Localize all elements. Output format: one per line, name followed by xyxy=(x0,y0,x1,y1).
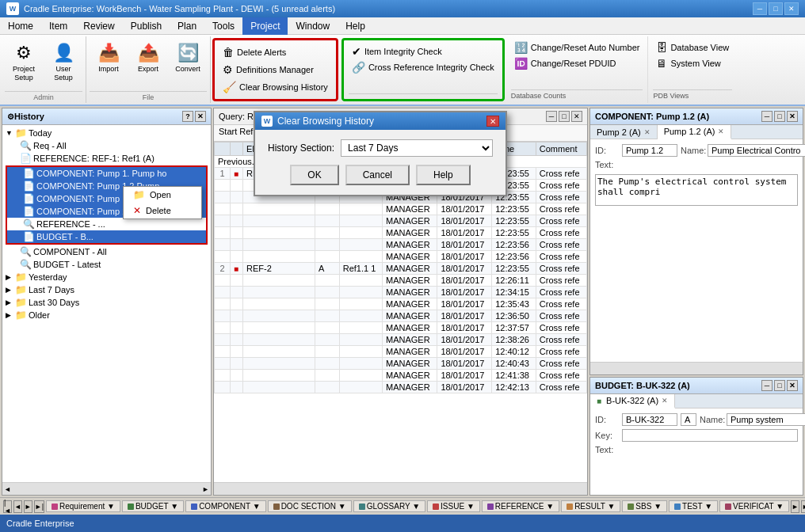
budget-max-btn[interactable]: □ xyxy=(774,380,785,391)
definitions-manager-button[interactable]: ⚙ Definitions Manager xyxy=(219,62,331,78)
convert-button[interactable]: 🔄 Convert xyxy=(169,41,207,75)
system-view-button[interactable]: 🖥 System View xyxy=(653,55,732,71)
comp-close-btn[interactable]: ✕ xyxy=(787,111,798,122)
minimize-button[interactable]: ─ xyxy=(753,2,767,15)
table-row[interactable]: MANAGER18/01/201712:38:26Cross refe xyxy=(215,334,587,346)
tree-item-last30[interactable]: ▶ 📁 Last 30 Days xyxy=(4,296,209,309)
menu-item[interactable]: Item xyxy=(41,17,75,35)
table-row[interactable]: MANAGER18/01/201712:23:55Cross refe xyxy=(215,215,587,227)
dialog-ok-btn[interactable]: OK xyxy=(290,165,338,185)
history-scrollbar[interactable]: ◄ ► xyxy=(2,482,211,495)
nav-prev-btn[interactable]: ◄ xyxy=(13,500,22,513)
change-auto-number-button[interactable]: 🔢 Change/Reset Auto Number xyxy=(511,40,643,55)
status-docsection[interactable]: DOC SECTION ▼ xyxy=(268,500,352,512)
nav-next-btn[interactable]: ► xyxy=(24,500,32,513)
query-panel-close[interactable]: ✕ xyxy=(571,111,582,122)
component-text-area[interactable]: The Pump's electrical control system sha… xyxy=(595,174,798,206)
table-row[interactable]: MANAGER18/01/201712:35:43Cross refe xyxy=(215,298,587,310)
tab-pump12[interactable]: Pump 1.2 (A) ✕ xyxy=(658,125,732,139)
tree-item-req-all[interactable]: 🔍 Req - All xyxy=(4,139,209,152)
tree-item-ref1[interactable]: 📄 REFERENCE: REF-1: Ref1 (A) xyxy=(4,152,209,165)
history-close-btn[interactable]: ✕ xyxy=(195,111,206,122)
expand-last30[interactable]: ▶ xyxy=(6,298,15,306)
context-menu-delete[interactable]: ✕ Delete xyxy=(124,203,201,218)
query-panel-min[interactable]: ─ xyxy=(546,111,557,122)
table-row[interactable]: MANAGER18/01/201712:36:50Cross refe xyxy=(215,310,587,322)
tree-item-yesterday[interactable]: ▶ 📁 Yesterday xyxy=(4,271,209,283)
tree-item-budget[interactable]: 📄 BUDGET - B... xyxy=(7,230,206,243)
table-row[interactable]: MANAGER18/01/201712:23:56Cross refe xyxy=(215,239,587,251)
budget-close-btn[interactable]: ✕ xyxy=(787,380,798,391)
close-button[interactable]: ✕ xyxy=(784,2,799,15)
change-pduid-button[interactable]: 🆔 Change/Reset PDUID xyxy=(511,55,643,71)
item-integrity-button[interactable]: ✔ Item Integrity Check xyxy=(349,44,498,59)
budget-min-btn[interactable]: ─ xyxy=(761,380,773,391)
table-row[interactable]: MANAGER18/01/201712:40:12Cross refe xyxy=(215,346,587,358)
nav-end-btn[interactable]: ► xyxy=(791,500,799,513)
status-component[interactable]: COMPONENT ▼ xyxy=(185,500,266,512)
comp-min-btn[interactable]: ─ xyxy=(761,111,773,122)
table-row[interactable]: MANAGER18/01/201712:23:55Cross refe xyxy=(215,203,587,215)
status-test[interactable]: TEST ▼ xyxy=(669,500,718,512)
menu-home[interactable]: Home xyxy=(0,17,41,35)
tree-item-last7[interactable]: ▶ 📁 Last 7 Days xyxy=(4,283,209,296)
scroll-left[interactable]: ◄ xyxy=(4,485,11,493)
dialog-cancel-btn[interactable]: Cancel xyxy=(345,165,410,185)
status-sbs[interactable]: SBS ▼ xyxy=(622,500,667,512)
database-view-button[interactable]: 🗄 Database View xyxy=(653,40,732,55)
status-verificat[interactable]: VERIFICAT ▼ xyxy=(719,500,789,512)
status-result[interactable]: RESULT ▼ xyxy=(561,500,620,512)
context-menu-open[interactable]: 📁 Open xyxy=(124,187,201,203)
user-setup-button[interactable]: 👤 UserSetup xyxy=(44,41,82,84)
tree-item-pump1[interactable]: 📄 COMPONENT: Pump 1. Pump ho xyxy=(7,167,206,180)
tab-pump12-close[interactable]: ✕ xyxy=(718,127,724,135)
comp-max-btn[interactable]: □ xyxy=(774,111,785,122)
menu-publish[interactable]: Publish xyxy=(123,17,170,35)
nav-last-btn[interactable]: ►| xyxy=(34,500,44,513)
tree-item-reference[interactable]: 🔍 REFERENCE - ... xyxy=(7,218,206,230)
history-gear-icon[interactable]: ⚙ xyxy=(7,112,14,121)
table-row[interactable]: MANAGER18/01/201712:37:57Cross refe xyxy=(215,322,587,334)
budget-id-input[interactable] xyxy=(622,413,677,426)
nav-end2-btn[interactable]: ►| xyxy=(801,500,805,513)
budget-key-input[interactable] xyxy=(622,429,798,442)
table-row[interactable]: MANAGER18/01/201712:26:11Cross refe xyxy=(215,275,587,287)
tab-pump2-close[interactable]: ✕ xyxy=(644,128,650,136)
budget-name-input[interactable] xyxy=(727,413,805,426)
expand-today[interactable]: ▼ xyxy=(6,129,15,137)
tab-budget[interactable]: ■ B-UK-322 (A) ✕ xyxy=(590,394,675,408)
status-reference[interactable]: REFERENCE ▼ xyxy=(482,500,559,512)
menu-tools[interactable]: Tools xyxy=(204,17,242,35)
component-id-input[interactable] xyxy=(622,144,677,157)
history-help-btn[interactable]: ? xyxy=(182,111,193,122)
status-glossary[interactable]: GLOSSARY ▼ xyxy=(353,500,425,512)
menu-window[interactable]: Window xyxy=(288,17,338,35)
expand-yesterday[interactable]: ▶ xyxy=(6,273,15,281)
tab-pump2[interactable]: Pump 2 (A) ✕ xyxy=(590,125,658,139)
scroll-right[interactable]: ► xyxy=(202,485,209,493)
tree-item-budget-latest[interactable]: 🔍 BUDGET - Latest xyxy=(4,258,209,271)
expand-older[interactable]: ▶ xyxy=(6,311,15,319)
menu-project[interactable]: Project xyxy=(242,17,288,35)
component-name-input[interactable] xyxy=(708,144,805,157)
table-row[interactable]: MANAGER18/01/201712:40:43Cross refe xyxy=(215,358,587,370)
table-row[interactable]: MANAGER18/01/201712:23:56Cross refe xyxy=(215,251,587,263)
status-requirement[interactable]: Requirement ▼ xyxy=(46,500,120,512)
table-row[interactable]: MANAGER18/01/201712:34:15Cross refe xyxy=(215,287,587,298)
status-issue[interactable]: ISSUE ▼ xyxy=(427,500,480,512)
cross-ref-button[interactable]: 🔗 Cross Reference Integrity Check xyxy=(349,59,498,75)
clear-history-button[interactable]: 🧹 Clear Browsing History xyxy=(219,79,331,95)
budget-rev-input[interactable] xyxy=(681,413,696,426)
component-scrollbar[interactable] xyxy=(590,362,803,374)
table-row[interactable]: MANAGER18/01/201712:23:55Cross refe xyxy=(215,227,587,239)
menu-help[interactable]: Help xyxy=(338,17,373,35)
table-row[interactable]: 2 ■ REF-2 A Ref1.1 1 MANAGER 18/01/2017 … xyxy=(215,263,587,275)
expand-last7[interactable]: ▶ xyxy=(6,286,15,294)
dialog-help-btn[interactable]: Help xyxy=(416,165,471,185)
menu-plan[interactable]: Plan xyxy=(170,17,204,35)
query-panel-max[interactable]: □ xyxy=(559,111,570,122)
import-button[interactable]: 📥 Import xyxy=(90,41,128,75)
table-row[interactable]: MANAGER18/01/201712:41:38Cross refe xyxy=(215,370,587,382)
tree-item-today[interactable]: ▼ 📁 Today xyxy=(4,127,209,139)
status-budget[interactable]: BUDGET ▼ xyxy=(122,500,184,512)
